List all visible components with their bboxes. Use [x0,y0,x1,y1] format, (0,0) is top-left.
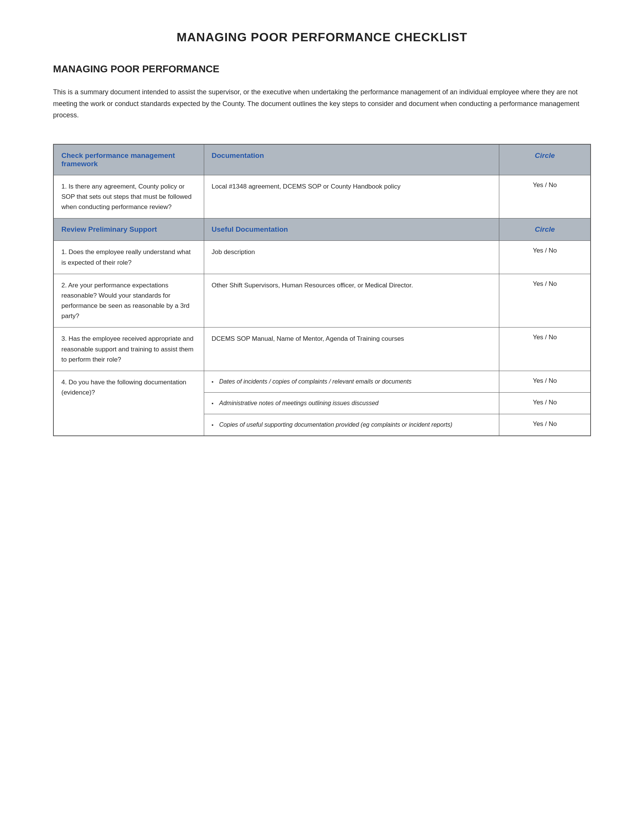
circle-col-5a: Yes / No [499,371,591,392]
header-review-support: Review Preliminary Support [53,219,204,241]
main-title: MANAGING POOR PERFORMANCE CHECKLIST [53,30,591,44]
check-text-1: 1. Is there any agreement, County policy… [61,183,192,211]
check-text-4: 3. Has the employee received appropriate… [61,335,193,363]
bullet-list-5c: Copies of useful supporting documentatio… [212,420,492,429]
circle-col-1: Yes / No [499,175,591,219]
circle-col-4: Yes / No [499,328,591,371]
bullet-item-5a: Dates of incidents / copies of complaint… [212,377,492,386]
doc-text-3: Other Shift Supervisors, Human Resources… [212,282,413,289]
table-row-3: 2. Are your performance expectations rea… [53,274,591,328]
check-text-3: 2. Are your performance expectations rea… [61,282,189,320]
header-documentation: Documentation [204,144,499,175]
header-circle-2: Circle [499,219,591,241]
circle-col-5b: Yes / No [499,392,591,414]
table-row-5: 4. Do you have the following documentati… [53,371,591,392]
header-useful-doc: Useful Documentation [204,219,499,241]
check-col-1: 1. Is there any agreement, County policy… [53,175,204,219]
section-title: MANAGING POOR PERFORMANCE [53,63,591,75]
doc-text-2: Job description [212,248,255,256]
bullet-list-5b: Administrative notes of meetings outlini… [212,399,492,408]
check-text-2: 1. Does the employee really understand w… [61,248,190,266]
doc-col-3: Other Shift Supervisors, Human Resources… [204,274,499,328]
doc-text-4: DCEMS SOP Manual, Name of Mentor, Agenda… [212,335,404,342]
doc-col-5b: Administrative notes of meetings outlini… [204,392,499,414]
doc-col-5a: Dates of incidents / copies of complaint… [204,371,499,392]
circle-col-5c: Yes / No [499,414,591,436]
header-row-2: Review Preliminary Support Useful Docume… [53,219,591,241]
table-row-2: 1. Does the employee really understand w… [53,241,591,274]
check-col-2: 1. Does the employee really understand w… [53,241,204,274]
table-row-1: 1. Is there any agreement, County policy… [53,175,591,219]
doc-col-2: Job description [204,241,499,274]
doc-col-4: DCEMS SOP Manual, Name of Mentor, Agenda… [204,328,499,371]
check-col-4: 3. Has the employee received appropriate… [53,328,204,371]
check-col-5: 4. Do you have the following documentati… [53,371,204,436]
doc-col-1: Local #1348 agreement, DCEMS SOP or Coun… [204,175,499,219]
circle-col-2: Yes / No [499,241,591,274]
bullet-item-5b: Administrative notes of meetings outlini… [212,399,492,408]
bullet-list-5a: Dates of incidents / copies of complaint… [212,377,492,386]
doc-col-5c: Copies of useful supporting documentatio… [204,414,499,436]
doc-text-1: Local #1348 agreement, DCEMS SOP or Coun… [212,183,401,190]
check-text-5: 4. Do you have the following documentati… [61,379,187,396]
header-circle: Circle [499,144,591,175]
bullet-item-5c: Copies of useful supporting documentatio… [212,420,492,429]
checklist-table: Check performance management framework D… [53,144,591,436]
intro-paragraph: This is a summary document intended to a… [53,86,591,121]
header-check-performance: Check performance management framework [53,144,204,175]
circle-col-3: Yes / No [499,274,591,328]
check-col-3: 2. Are your performance expectations rea… [53,274,204,328]
header-row-1: Check performance management framework D… [53,144,591,175]
table-row-4: 3. Has the employee received appropriate… [53,328,591,371]
